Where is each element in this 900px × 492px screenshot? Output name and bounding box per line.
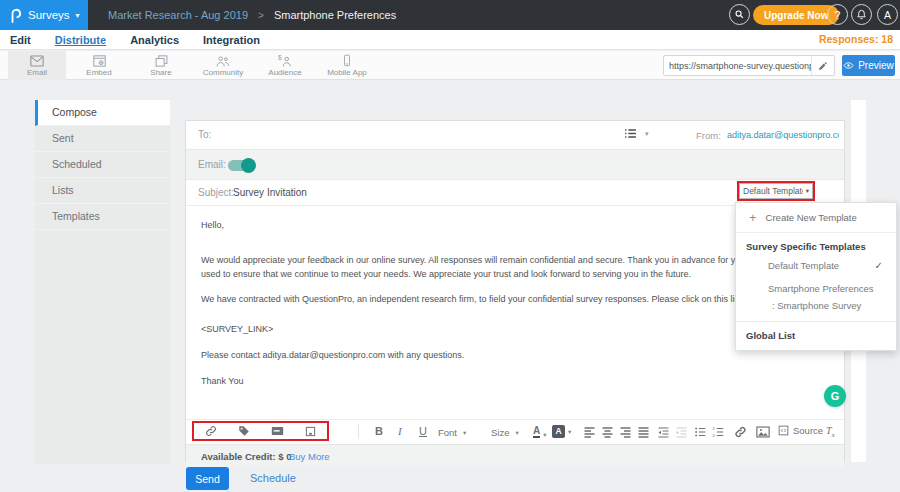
channel-tab-community[interactable]: Community (194, 51, 252, 80)
numbered-list-icon[interactable]: 12 (712, 426, 725, 438)
nav-item-integration[interactable]: Integration (203, 34, 260, 46)
text-color-button[interactable]: A ▾ (533, 425, 547, 441)
chevron-down-icon: ▾ (568, 425, 571, 438)
preview-button[interactable]: Preview (842, 55, 895, 76)
background-color-button[interactable]: A ▾ (552, 425, 571, 438)
font-dropdown[interactable]: Font ▾ (438, 426, 466, 439)
product-menu-surveys[interactable]: Surveys ▾ (0, 0, 88, 30)
survey-url-text: https://smartphone-survey.questionpro (664, 61, 811, 71)
size-dropdown[interactable]: Size ▾ (491, 426, 519, 439)
channel-tab-email[interactable]: Email (8, 51, 66, 80)
menu-item-line1: Smartphone Preferences (768, 283, 882, 294)
sidebar-item-compose[interactable]: Compose (35, 100, 170, 126)
search-button[interactable] (729, 4, 750, 25)
svg-text:1: 1 (713, 426, 716, 431)
menu-item-smartphone-preferences[interactable]: Smartphone Preferences : Smartphone Surv… (736, 277, 896, 317)
background-color-label: A (552, 425, 565, 438)
italic-button[interactable]: I (398, 425, 402, 438)
channel-tab-embed[interactable]: Embed (70, 51, 128, 80)
remove-format-button[interactable]: Tx (826, 425, 835, 439)
check-icon: ✓ (875, 260, 883, 271)
channel-tab-label: Email (27, 68, 47, 77)
chevron-down-icon: ▾ (463, 426, 466, 439)
text-color-label: A (533, 425, 540, 438)
grammarly-badge[interactable]: G (824, 385, 846, 407)
channel-tab-share[interactable]: Share (132, 51, 190, 80)
source-button[interactable]: Source (778, 425, 823, 436)
annotation-box-template-selector: Default Template ▾ (737, 181, 815, 201)
editor-toolbar: B I U Font ▾ Size ▾ A ▾ A ▾ (186, 419, 844, 444)
channel-tab-mobile-app[interactable]: Mobile App (318, 51, 376, 80)
mobile-app-icon (341, 54, 353, 67)
underline-button[interactable]: U (419, 425, 427, 438)
source-label: Source (793, 425, 823, 436)
app-screen: Surveys ▾ Market Research - Aug 2019 > S… (0, 0, 900, 492)
email-sidebar: Compose Sent Scheduled Lists Templates (35, 100, 170, 464)
plus-icon: + (749, 211, 757, 224)
merge-tag-icon[interactable] (238, 425, 250, 437)
align-justify-icon[interactable] (637, 426, 650, 438)
email-toggle-label: Email: (198, 159, 226, 170)
align-left-icon[interactable] (583, 426, 596, 438)
nav-item-edit[interactable]: Edit (10, 34, 31, 46)
channel-tab-audience[interactable]: $ Audience (256, 51, 314, 80)
email-toggle-row: Email: (186, 150, 844, 180)
schedule-link[interactable]: Schedule (250, 472, 296, 484)
align-center-icon[interactable] (601, 426, 614, 438)
nav-item-analytics[interactable]: Analytics (130, 34, 179, 46)
embed-survey-icon[interactable] (305, 426, 316, 437)
help-button[interactable]: ? (827, 4, 848, 25)
body-line: Thank You (201, 374, 839, 388)
annotation-box-merge-buttons (192, 421, 329, 441)
survey-nav: Edit Distribute Analytics Integration Re… (0, 30, 900, 50)
preview-label: Preview (858, 60, 894, 71)
subject-input[interactable]: Survey Invitation (233, 187, 307, 198)
topbar: Surveys ▾ Market Research - Aug 2019 > S… (0, 0, 900, 30)
sidebar-item-sent[interactable]: Sent (35, 126, 170, 152)
email-toggle[interactable] (228, 160, 254, 171)
insert-image-icon[interactable] (756, 426, 770, 438)
sidebar-item-templates[interactable]: Templates (35, 204, 170, 230)
edit-url-button[interactable] (811, 56, 834, 75)
menu-item-default-template[interactable]: Default Template ✓ (736, 254, 896, 277)
breadcrumb-folder[interactable]: Market Research - Aug 2019 (108, 9, 248, 21)
default-template-label: Default Template (768, 260, 839, 271)
from-email-value[interactable]: aditya.datar@questionpro.co... (727, 130, 839, 140)
align-right-icon[interactable] (619, 426, 632, 438)
insert-link-icon[interactable] (205, 425, 217, 437)
chevron-down-icon: ▾ (543, 428, 546, 441)
avatar[interactable]: A (877, 4, 898, 25)
contact-list-icon (624, 128, 637, 139)
audience-icon: $ (278, 55, 292, 67)
eye-icon (843, 61, 854, 70)
select-list-button[interactable]: ▾ (624, 128, 649, 139)
svg-text:$: $ (278, 55, 282, 61)
menu-section-global-list[interactable]: Global List (736, 322, 896, 350)
send-button[interactable]: Send (186, 467, 229, 490)
breadcrumb: Market Research - Aug 2019 > Smartphone … (108, 0, 396, 30)
toggle-knob (241, 158, 256, 173)
template-selector-label: Default Template (743, 186, 803, 196)
menu-item-create-new-template[interactable]: + Create New Template (736, 203, 896, 233)
pencil-icon (818, 61, 828, 71)
sidebar-item-lists[interactable]: Lists (35, 178, 170, 204)
channel-tab-label: Audience (268, 68, 301, 77)
size-dropdown-label: Size (491, 426, 509, 439)
bulleted-list-icon[interactable] (694, 426, 707, 438)
svg-text:2: 2 (713, 433, 716, 438)
email-field-icon[interactable] (271, 426, 284, 436)
menu-item-line2: : Smartphone Survey (768, 300, 882, 311)
outdent-icon[interactable] (657, 426, 670, 438)
product-menu-label: Surveys (28, 9, 70, 21)
from-label: From: (696, 130, 721, 141)
notifications-button[interactable] (851, 4, 872, 25)
nav-item-distribute[interactable]: Distribute (55, 34, 106, 46)
link-icon[interactable] (734, 426, 747, 438)
indent-icon[interactable] (675, 426, 688, 438)
template-selector-dropdown[interactable]: Default Template ▾ (739, 183, 813, 199)
distribute-channel-bar: Email Embed Share Community $ Audience (0, 51, 900, 80)
bold-button[interactable]: B (375, 425, 383, 438)
sidebar-item-scheduled[interactable]: Scheduled (35, 152, 170, 178)
channel-tab-label: Share (150, 68, 171, 77)
buy-more-link[interactable]: Buy More (289, 451, 330, 462)
